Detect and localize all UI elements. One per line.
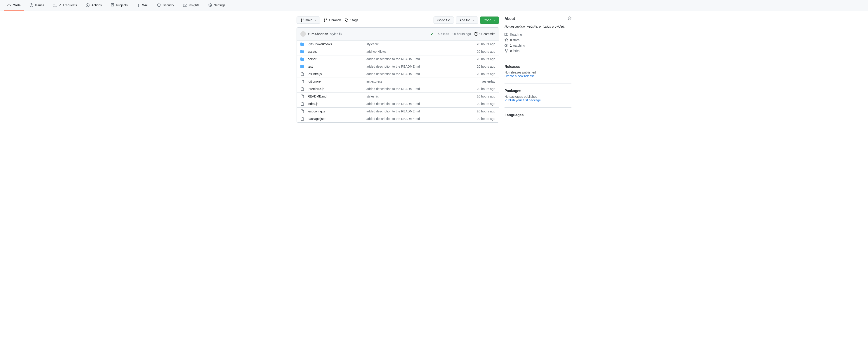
directory-icon: [301, 57, 304, 61]
tab-projects[interactable]: Projects: [107, 0, 131, 11]
file-commit-time: 20 hours ago: [477, 110, 495, 113]
file-row: jest.config.jsadded description to the R…: [297, 108, 499, 115]
commits-history-link[interactable]: 11 commits: [474, 32, 495, 36]
file-name-link[interactable]: helper: [308, 57, 316, 61]
git-branch-icon: [301, 18, 304, 22]
file-icon: [301, 94, 304, 98]
file-icon: [301, 80, 304, 83]
file-commit-message-link[interactable]: init express: [366, 80, 382, 83]
directory-icon: [301, 42, 304, 46]
file-icon: [301, 87, 304, 91]
branch-select-button[interactable]: main: [297, 17, 320, 24]
packages-heading[interactable]: Packages: [504, 89, 571, 93]
file-commit-message-link[interactable]: added description to the README.md: [366, 57, 420, 61]
tag-icon: [345, 18, 348, 22]
file-row: .eslintrc.jsadded description to the REA…: [297, 70, 499, 78]
file-row: package.jsonadded description to the REA…: [297, 115, 499, 122]
file-name-link[interactable]: package.json: [308, 117, 327, 121]
file-row: .prettierrc.jsadded description to the R…: [297, 85, 499, 93]
tab-insights[interactable]: Insights: [180, 0, 203, 11]
file-commit-time: 20 hours ago: [477, 117, 495, 121]
file-name-link[interactable]: index.js: [308, 102, 318, 106]
commit-hash-link[interactable]: e75437c: [437, 32, 449, 35]
file-commit-message-link[interactable]: added description to the README.md: [366, 117, 420, 121]
file-commit-time: 20 hours ago: [477, 87, 495, 91]
languages-heading: Languages: [504, 113, 571, 117]
edit-about-button[interactable]: [568, 17, 571, 21]
file-commit-message-link[interactable]: added description to the README.md: [366, 87, 420, 91]
caret-down-icon: [493, 20, 495, 21]
sidebar: About No description, website, or topics…: [504, 17, 571, 132]
file-name-link[interactable]: test: [308, 65, 313, 68]
file-commit-message-link[interactable]: added description to the README.md: [366, 110, 420, 113]
file-row: assetsadd workflows20 hours ago: [297, 48, 499, 55]
latest-commit-header: YuraAbharian styles fix e75437c 20 hours…: [297, 28, 499, 40]
check-icon[interactable]: [430, 32, 434, 36]
file-icon: [301, 110, 304, 113]
caret-down-icon: [314, 20, 316, 21]
publish-package-link[interactable]: Publish your first package: [504, 98, 541, 102]
packages-empty-text: No packages published: [504, 95, 571, 98]
file-name-link[interactable]: .gitignore: [308, 80, 321, 83]
file-commit-time: 20 hours ago: [477, 72, 495, 76]
readme-link[interactable]: Readme: [504, 32, 571, 37]
watching-link[interactable]: 1 watching: [504, 43, 571, 48]
commit-author-link[interactable]: YuraAbharian: [308, 32, 328, 36]
history-icon: [474, 32, 478, 36]
releases-section: Releases No releases published Create a …: [504, 65, 571, 84]
file-navigation: main 1 branch 0 tags Go to file Add file…: [297, 17, 499, 24]
tab-security[interactable]: Security: [153, 0, 178, 11]
stars-link[interactable]: 0 stars: [504, 37, 571, 43]
file-commit-message-link[interactable]: add workflows: [366, 50, 386, 53]
file-name-link[interactable]: .eslintrc.js: [308, 72, 322, 76]
go-to-file-button[interactable]: Go to file: [434, 17, 454, 24]
forks-link[interactable]: 0 forks: [504, 48, 571, 54]
author-avatar[interactable]: [301, 31, 306, 37]
tab-issues[interactable]: Issues: [26, 0, 48, 11]
file-commit-message-link[interactable]: styles fix: [366, 42, 379, 46]
file-commit-time: 20 hours ago: [477, 102, 495, 106]
tab-actions[interactable]: Actions: [82, 0, 105, 11]
git-branch-icon: [324, 18, 327, 22]
code-download-button[interactable]: Code: [480, 17, 499, 24]
commit-time-link[interactable]: 20 hours ago: [453, 32, 471, 36]
file-name-link[interactable]: .prettierrc.js: [308, 87, 324, 91]
file-commit-message-link[interactable]: added description to the README.md: [366, 65, 420, 68]
file-row: index.jsadded description to the README.…: [297, 100, 499, 108]
tab-wiki[interactable]: Wiki: [133, 0, 152, 11]
file-commit-message-link[interactable]: added description to the README.md: [366, 72, 420, 76]
file-commit-time: 20 hours ago: [477, 50, 495, 53]
file-row: .github/workflowsstyles fix20 hours ago: [297, 40, 499, 48]
file-icon: [301, 117, 304, 121]
files-box: YuraAbharian styles fix e75437c 20 hours…: [297, 27, 499, 123]
tab-pull-requests[interactable]: Pull requests: [50, 0, 81, 11]
directory-icon: [301, 50, 304, 53]
file-commit-time: 20 hours ago: [477, 94, 495, 98]
create-release-link[interactable]: Create a new release: [504, 74, 535, 78]
file-name-link[interactable]: .github/workflows: [308, 42, 332, 46]
caret-down-icon: [472, 20, 474, 21]
tags-link[interactable]: 0 tags: [345, 18, 358, 22]
file-row: testadded description to the README.md20…: [297, 63, 499, 70]
file-commit-message-link[interactable]: styles fix: [366, 94, 379, 98]
commit-message-link[interactable]: styles fix: [330, 32, 342, 36]
about-description: No description, website, or topics provi…: [504, 25, 571, 28]
file-name-link[interactable]: jest.config.js: [308, 110, 325, 113]
file-icon: [301, 72, 304, 76]
file-name-link[interactable]: assets: [308, 50, 317, 53]
file-icon: [301, 102, 304, 106]
file-name-link[interactable]: README.md: [308, 94, 327, 98]
packages-section: Packages No packages published Publish y…: [504, 89, 571, 108]
releases-heading[interactable]: Releases: [504, 65, 571, 69]
file-commit-message-link[interactable]: added description to the README.md: [366, 102, 420, 106]
tab-settings[interactable]: Settings: [205, 0, 229, 11]
branches-link[interactable]: 1 branch: [324, 18, 341, 22]
tab-code[interactable]: Code: [4, 0, 24, 11]
add-file-button[interactable]: Add file: [456, 17, 478, 24]
directory-icon: [301, 65, 304, 68]
file-row: .gitignoreinit expressyesterday: [297, 78, 499, 85]
file-row: README.mdstyles fix20 hours ago: [297, 93, 499, 100]
file-commit-time: 20 hours ago: [477, 65, 495, 68]
file-commit-time: yesterday: [482, 80, 495, 83]
file-row: helperadded description to the README.md…: [297, 55, 499, 63]
